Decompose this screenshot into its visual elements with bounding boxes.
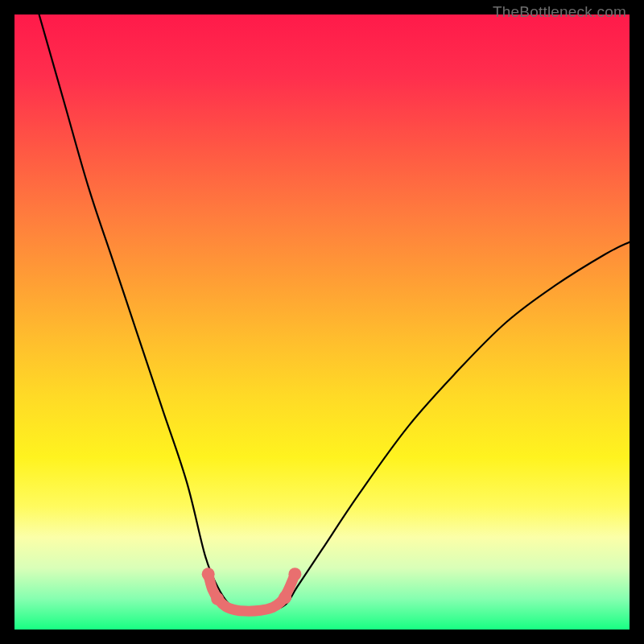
trough-marker [279,591,291,604]
trough-marker [288,568,301,580]
plot-area [14,14,630,630]
chart-frame: TheBottleneck.com [0,0,644,644]
curve-layer [14,14,630,630]
watermark-text: TheBottleneck.com [493,3,626,21]
trough-marker [202,568,215,580]
main-curve [39,14,630,612]
trough-marker [211,592,224,605]
